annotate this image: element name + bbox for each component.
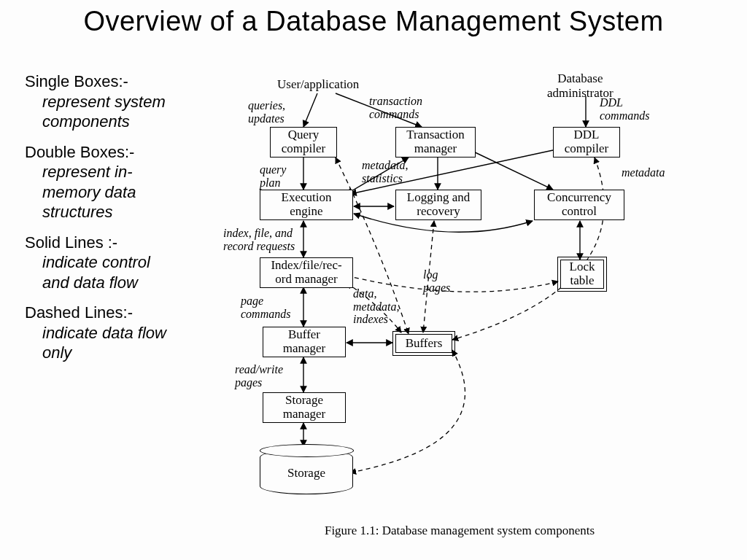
node-buffers: Buffers xyxy=(395,334,452,353)
edge-queries-updates: queries, updates xyxy=(248,99,285,125)
node-concurrency-control: Concurrency control xyxy=(534,190,624,220)
edge-metadata: metadata xyxy=(622,166,665,179)
figure-caption: Figure 1.1: Database management system c… xyxy=(190,524,729,538)
node-buffer-manager: Buffer manager xyxy=(263,327,346,357)
edge-log-pages: log pages xyxy=(423,268,450,294)
edge-transaction-commands: transaction commands xyxy=(369,95,422,120)
legend-defn: represent in-memory data structures xyxy=(42,162,171,222)
legend-term: Double Boxes:- xyxy=(25,143,134,161)
node-execution-engine: Execution engine xyxy=(260,190,353,220)
node-storage-label: Storage xyxy=(260,466,352,481)
legend-term: Solid Lines :- xyxy=(25,233,117,252)
edge-read-write-pages: read/write pages xyxy=(235,363,283,389)
edge-page-commands: page commands xyxy=(241,295,290,320)
edge-query-plan: query plan xyxy=(260,163,286,189)
legend-item: Solid Lines :- indicate control and data… xyxy=(25,233,171,293)
node-storage: Storage xyxy=(260,449,353,494)
node-storage-manager: Storage manager xyxy=(263,392,346,423)
svg-line-5 xyxy=(471,150,553,190)
legend-block: Single Boxes:- represent system componen… xyxy=(25,71,171,373)
legend-defn: indicate data flow only xyxy=(42,323,171,363)
legend-item: Double Boxes:- represent in-memory data … xyxy=(25,142,171,222)
diagram-figure: User/application Database administrator … xyxy=(190,64,729,538)
slide-title: Overview of a Database Management System xyxy=(0,6,747,37)
node-transaction-manager: Transaction manager xyxy=(395,127,476,158)
node-logging-recovery: Logging and recovery xyxy=(395,190,481,220)
edge-data-metadata-indexes: data, metadata, indexes xyxy=(353,287,400,326)
legend-term: Dashed Lines:- xyxy=(25,303,133,322)
node-query-compiler: Query compiler xyxy=(270,127,337,158)
node-index-file-manager: Index/file/rec- ord manager xyxy=(260,257,353,288)
actor-user: User/application xyxy=(277,77,359,92)
legend-defn: represent system components xyxy=(42,92,171,132)
edge-metadata-statistics: metadata, statistics xyxy=(362,159,409,184)
node-lock-table: Lock table xyxy=(560,260,604,289)
legend-item: Dashed Lines:- indicate data flow only xyxy=(25,303,171,363)
node-ddl-compiler: DDL compiler xyxy=(553,127,620,158)
edge-index-file-record-requests: index, file, and record requests xyxy=(223,227,295,252)
legend-item: Single Boxes:- represent system componen… xyxy=(25,71,171,132)
legend-term: Single Boxes:- xyxy=(25,72,128,90)
edge-ddl-commands: DDL commands xyxy=(600,96,649,122)
legend-defn: indicate control and data flow xyxy=(42,252,171,292)
svg-line-0 xyxy=(303,93,317,127)
